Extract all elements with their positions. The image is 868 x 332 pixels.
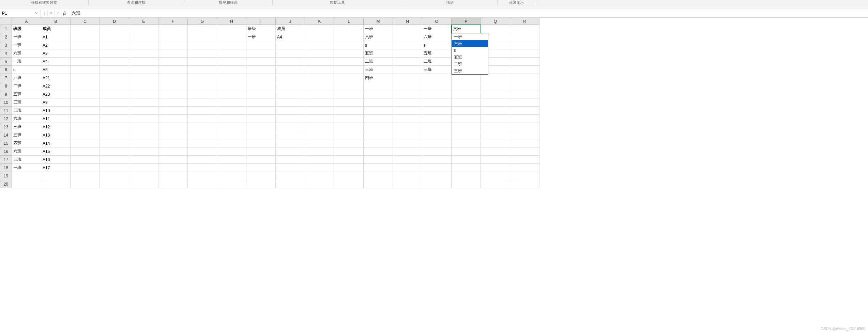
- cell-A6[interactable]: s: [12, 66, 41, 74]
- cell-H9[interactable]: [217, 90, 246, 98]
- cell-F17[interactable]: [158, 156, 188, 164]
- column-header-K[interactable]: K: [305, 18, 334, 25]
- cell-G16[interactable]: [188, 147, 217, 156]
- cell-N1[interactable]: [393, 25, 422, 33]
- cell-F15[interactable]: [158, 139, 188, 147]
- cell-B17[interactable]: A16: [41, 156, 71, 164]
- cell-F4[interactable]: [158, 49, 188, 58]
- cell-E6[interactable]: [129, 66, 158, 74]
- cell-R19[interactable]: [510, 172, 539, 180]
- cell-D3[interactable]: [100, 41, 129, 49]
- cell-N13[interactable]: [393, 123, 422, 131]
- column-header-A[interactable]: A: [12, 18, 41, 25]
- cell-M6[interactable]: 三班: [364, 66, 393, 74]
- cell-K5[interactable]: [305, 58, 334, 66]
- cell-F2[interactable]: [158, 33, 188, 41]
- cell-B2[interactable]: A1: [41, 33, 71, 41]
- cell-E14[interactable]: [129, 131, 158, 139]
- cell-M17[interactable]: [364, 156, 393, 164]
- cell-A9[interactable]: 五班: [12, 90, 41, 98]
- cell-I13[interactable]: [246, 123, 276, 131]
- cell-E5[interactable]: [129, 58, 158, 66]
- column-header-G[interactable]: G: [188, 18, 217, 25]
- cell-G10[interactable]: [188, 98, 217, 107]
- cell-K15[interactable]: [305, 139, 334, 147]
- cell-E17[interactable]: [129, 156, 158, 164]
- cell-M5[interactable]: 二班: [364, 58, 393, 66]
- dropdown-item[interactable]: 五班: [452, 54, 488, 61]
- cell-O11[interactable]: [422, 107, 452, 115]
- cell-R2[interactable]: [510, 33, 539, 41]
- cell-H13[interactable]: [217, 123, 246, 131]
- cell-B1[interactable]: 成员: [41, 25, 71, 33]
- cell-G15[interactable]: [188, 139, 217, 147]
- cell-P7[interactable]: [452, 74, 481, 82]
- cell-P17[interactable]: [452, 156, 481, 164]
- cell-B5[interactable]: A4: [41, 58, 71, 66]
- cell-A3[interactable]: 一班: [12, 41, 41, 49]
- cell-O8[interactable]: [422, 82, 452, 90]
- cell-B8[interactable]: A22: [41, 82, 71, 90]
- cell-H15[interactable]: [217, 139, 246, 147]
- cell-Q13[interactable]: [481, 123, 510, 131]
- cell-P18[interactable]: [452, 164, 481, 172]
- cell-B19[interactable]: [41, 172, 71, 180]
- cell-G12[interactable]: [188, 115, 217, 123]
- cell-J18[interactable]: [276, 164, 305, 172]
- column-header-O[interactable]: O: [422, 18, 452, 25]
- cell-P14[interactable]: [452, 131, 481, 139]
- cell-Q19[interactable]: [481, 172, 510, 180]
- cell-L8[interactable]: [334, 82, 364, 90]
- cell-L19[interactable]: [334, 172, 364, 180]
- cell-A18[interactable]: 一班: [12, 164, 41, 172]
- cell-C8[interactable]: [71, 82, 100, 90]
- cell-I19[interactable]: [246, 172, 276, 180]
- cell-R15[interactable]: [510, 139, 539, 147]
- cell-H10[interactable]: [217, 98, 246, 107]
- cell-A7[interactable]: 五班: [12, 74, 41, 82]
- cell-C1[interactable]: [71, 25, 100, 33]
- cell-D13[interactable]: [100, 123, 129, 131]
- cell-J17[interactable]: [276, 156, 305, 164]
- cell-R18[interactable]: [510, 164, 539, 172]
- row-header-17[interactable]: 17: [0, 156, 12, 164]
- cell-P20[interactable]: [452, 180, 481, 188]
- cell-F13[interactable]: [158, 123, 188, 131]
- cell-H14[interactable]: [217, 131, 246, 139]
- cell-R8[interactable]: [510, 82, 539, 90]
- cell-C6[interactable]: [71, 66, 100, 74]
- cell-N10[interactable]: [393, 98, 422, 107]
- cell-C2[interactable]: [71, 33, 100, 41]
- column-header-M[interactable]: M: [364, 18, 393, 25]
- cell-I17[interactable]: [246, 156, 276, 164]
- cell-D19[interactable]: [100, 172, 129, 180]
- column-header-J[interactable]: J: [276, 18, 305, 25]
- cell-C7[interactable]: [71, 74, 100, 82]
- cell-M20[interactable]: [364, 180, 393, 188]
- confirm-icon[interactable]: ✓: [55, 9, 61, 17]
- cell-H5[interactable]: [217, 58, 246, 66]
- cell-J11[interactable]: [276, 107, 305, 115]
- cell-N5[interactable]: [393, 58, 422, 66]
- cell-J19[interactable]: [276, 172, 305, 180]
- column-header-P[interactable]: P: [452, 18, 481, 25]
- cell-J7[interactable]: [276, 74, 305, 82]
- cell-A20[interactable]: [12, 180, 41, 188]
- cell-M1[interactable]: 一班: [364, 25, 393, 33]
- cell-F9[interactable]: [158, 90, 188, 98]
- row-header-1[interactable]: 1: [0, 25, 12, 33]
- cell-N12[interactable]: [393, 115, 422, 123]
- cell-J2[interactable]: A4: [276, 33, 305, 41]
- cell-L7[interactable]: [334, 74, 364, 82]
- cell-N2[interactable]: [393, 33, 422, 41]
- cell-C13[interactable]: [71, 123, 100, 131]
- cell-O3[interactable]: s: [422, 41, 452, 49]
- cell-D20[interactable]: [100, 180, 129, 188]
- cell-D8[interactable]: [100, 82, 129, 90]
- cell-K2[interactable]: [305, 33, 334, 41]
- cell-P12[interactable]: [452, 115, 481, 123]
- cell-F6[interactable]: [158, 66, 188, 74]
- cell-F3[interactable]: [158, 41, 188, 49]
- row-header-9[interactable]: 9: [0, 90, 12, 98]
- cell-B11[interactable]: A10: [41, 107, 71, 115]
